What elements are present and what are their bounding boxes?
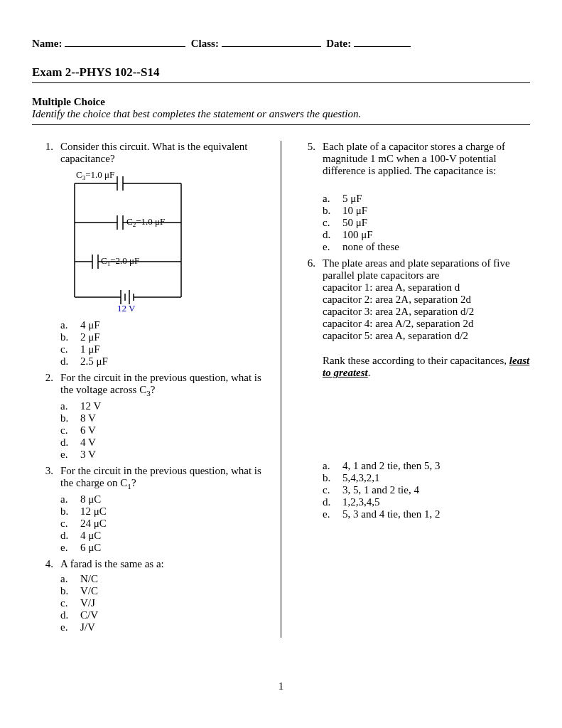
section-label: Multiple Choice [32,96,530,108]
right-column: 5. Each plate of a capacitor stores a ch… [281,141,530,638]
q4-choice-d: d.C/V [60,609,268,621]
q3-choice-e: e.6 μC [60,542,268,554]
q5-choice-a: a.5 μF [323,193,530,205]
exam-title: Exam 2--PHYS 102--S14 [32,65,530,80]
q3-choice-d: d.4 μC [60,530,268,542]
q3-num: 3. [32,465,60,491]
svg-text:C2=1.0 μF: C2=1.0 μF [126,216,165,228]
q3-choice-b: b.12 μC [60,505,268,518]
q6-cap4: capacitor 4: area A/2, separation 2d [323,318,530,330]
q2-choice-e: e.3 V [60,449,268,461]
class-label: Class: [191,38,219,49]
q6-choice-a: a.4, 1 and 2 tie, then 5, 3 [323,460,530,472]
q4-choice-e: e.J/V [60,621,268,633]
q6-choices: a.4, 1 and 2 tie, then 5, 3 b.5,4,3,2,1 … [323,460,530,520]
question-2: 2. For the circuit in the previous quest… [32,372,268,397]
q6-cap1: capacitor 1: area A, separation d [323,282,530,294]
question-5: 5. Each plate of a capacitor stores a ch… [294,141,530,177]
q5-choices: a.5 μF b.10 μF c.50 μF d.100 μF e.none o… [323,193,530,253]
circuit-diagram: C3=1.0 μF C2=1.0 μF C1=2.0 μF 12 V [60,169,268,318]
q5-choice-b: b.10 μF [323,205,530,217]
q6-cap3: capacitor 3: area 2A, separation d/2 [323,306,530,318]
q4-num: 4. [32,558,60,570]
svg-text:C3=1.0 μF: C3=1.0 μF [76,169,114,181]
instructions: Identify the choice that best completes … [32,108,530,120]
q6-cap2: capacitor 2: area 2A, separation 2d [323,294,530,306]
question-1: 1. Consider this circuit. What is the eq… [32,141,268,165]
columns: 1. Consider this circuit. What is the eq… [32,124,530,638]
q4-text: A farad is the same as a: [60,558,268,570]
q2-choice-a: a.12 V [60,400,268,412]
question-6: 6. The plate areas and plate separations… [294,257,530,379]
class-blank [222,36,321,47]
q2-choice-d: d.4 V [60,437,268,449]
q4-choice-b: b.V/C [60,585,268,597]
date-blank [354,36,411,47]
q3-choice-c: c.24 μC [60,518,268,530]
q1-choice-d: d.2.5 μF [60,355,268,368]
q4-choice-a: a.N/C [60,573,268,585]
q6-body: The plate areas and plate separations of… [323,257,530,379]
q1-choice-c: c.1 μF [60,343,268,355]
q5-choice-c: c.50 μF [323,217,530,229]
name-label: Name: [32,38,62,49]
question-4: 4. A farad is the same as a: [32,558,268,570]
q2-num: 2. [32,372,60,397]
svg-text:C1=2.0 μF: C1=2.0 μF [101,255,139,267]
date-label: Date: [326,38,351,49]
q2-text: For the circuit in the previous question… [60,372,268,397]
header-fields: Name: Class: Date: [32,36,530,50]
q1-choices: a.4 μF b.2 μF c.1 μF d.2.5 μF [60,319,268,368]
left-column: 1. Consider this circuit. What is the eq… [32,141,281,638]
q2-choice-c: c.6 V [60,424,268,437]
q5-text: Each plate of a capacitor stores a charg… [323,141,530,177]
q6-choice-b: b.5,4,3,2,1 [323,472,530,484]
q3-choice-a: a.8 μC [60,493,268,505]
q5-num: 5. [294,141,323,177]
q6-choice-e: e.5, 3 and 4 tie, then 1, 2 [323,508,530,520]
q3-choices: a.8 μC b.12 μC c.24 μC d.4 μC e.6 μC [60,493,268,554]
q3-text: For the circuit in the previous question… [60,465,268,491]
q2-choice-b: b.8 V [60,412,268,424]
q5-choice-e: e.none of these [323,241,530,253]
q1-num: 1. [32,141,60,165]
q6-cap5: capacitor 5: area A, separation d/2 [323,330,530,342]
q6-rank: Rank these according to their capacitanc… [323,355,530,379]
q6-num: 6. [294,257,323,379]
q6-choice-c: c.3, 5, 1 and 2 tie, 4 [323,484,530,496]
q2-choices: a.12 V b.8 V c.6 V d.4 V e.3 V [60,400,268,461]
q1-choice-b: b.2 μF [60,331,268,343]
svg-text:12 V: 12 V [117,303,136,314]
title-section: Exam 2--PHYS 102--S14 [32,65,530,83]
q4-choices: a.N/C b.V/C c.V/J d.C/V e.J/V [60,573,268,633]
q6-choice-d: d.1,2,3,4,5 [323,496,530,508]
q1-text: Consider this circuit. What is the equiv… [60,141,268,165]
q5-choice-d: d.100 μF [323,229,530,241]
q1-choice-a: a.4 μF [60,319,268,331]
name-blank [65,36,185,47]
q6-text: The plate areas and plate separations of… [323,257,530,282]
question-3: 3. For the circuit in the previous quest… [32,465,268,491]
page-number: 1 [32,680,530,692]
q4-choice-c: c.V/J [60,597,268,609]
